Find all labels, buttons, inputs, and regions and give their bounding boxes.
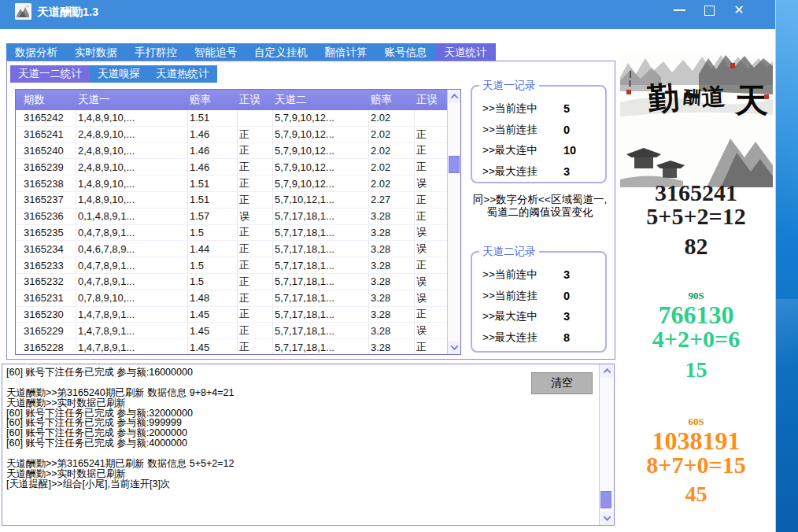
record-row: >>最大连挂8	[482, 327, 605, 349]
record-value: 0	[563, 124, 570, 136]
log-line: [60] 账号下注任务已完成 参与额:16000000	[6, 368, 595, 378]
column-header[interactable]: 赔率	[188, 93, 238, 107]
log-line: 天道酬勤>>第3165240期已刷新 数据信息 9+8+4=21	[6, 388, 595, 398]
table-cell: 5,7,17,18,1...	[273, 257, 369, 273]
table-row[interactable]: 31652402,4,8,9,10,...1.46正5,7,9,10,12...…	[16, 143, 449, 160]
table-cell: 1,4,7,8,9,1...	[76, 323, 188, 338]
record-label: >>最大连中	[482, 143, 563, 157]
title-bar: 天道酬勤1.3 ✕	[0, 0, 775, 29]
subtab-0[interactable]: 天道一二统计	[10, 65, 90, 83]
table-row[interactable]: 31652301,4,7,8,9,1...1.45正5,7,17,18,1...…	[16, 307, 449, 323]
table-cell: 1.46	[188, 127, 238, 142]
table-cell: 正	[238, 143, 273, 159]
table-row[interactable]: 31652371,4,8,9,10,...1.51正5,7,10,12,1...…	[16, 192, 449, 209]
scroll-down-button[interactable]	[600, 512, 614, 525]
tab-2[interactable]: 手打群控	[126, 43, 186, 61]
table-row[interactable]: 31652281,4,7,8,9,1...1.45正5,7,17,18,1...…	[16, 339, 449, 355]
app-icon[interactable]	[15, 3, 31, 20]
table-row[interactable]: 31652291,4,7,8,9,1...1.45正5,7,17,18,1...…	[16, 323, 449, 339]
table-cell: 3165238	[16, 175, 76, 191]
table-row[interactable]: 31652412,4,8,9,10,...1.46正5,7,9,10,12...…	[16, 127, 449, 143]
tab-4[interactable]: 自定义挂机	[246, 43, 316, 61]
clear-log-button[interactable]: 清空	[531, 372, 593, 394]
record-items: >>当前连中5>>当前连挂0>>最大连中10>>最大连挂3	[472, 87, 605, 182]
column-header[interactable]: 正误	[238, 93, 273, 107]
tab-3[interactable]: 智能追号	[186, 43, 246, 61]
results-table: 期数天道一赔率正误天道二赔率正误 31652421,4,8,9,10,...1.…	[15, 89, 461, 355]
log-output[interactable]: [60] 账号下注任务已完成 参与额:16000000 天道酬勤>>第31652…	[6, 368, 595, 490]
table-row[interactable]: 31652340,4,6,7,8,9...1.44正5,7,17,18,1...…	[16, 241, 449, 257]
scrollbar-thumb[interactable]	[449, 156, 460, 173]
subtab-2[interactable]: 天道热统计	[148, 65, 217, 83]
subtab-1[interactable]: 天道嗅探	[90, 65, 148, 83]
table-cell: 1.45	[188, 307, 238, 323]
table-cell: 3165228	[16, 339, 76, 355]
table-row[interactable]: 31652360,1,4,8,9,1...1.57误5,7,17,18,1...…	[16, 209, 449, 225]
tab-0[interactable]: 数据分析	[6, 43, 66, 61]
record-label: >>当前连挂	[482, 123, 563, 137]
table-cell: 3165241	[16, 127, 76, 142]
record-row: >>最大连中3	[482, 306, 605, 327]
scroll-up-button[interactable]	[448, 90, 460, 103]
maximize-button[interactable]	[694, 0, 724, 20]
table-cell: 正	[238, 192, 273, 208]
table-row[interactable]: 31652350,4,7,8,9,1...1.5正5,7,17,18,1...3…	[16, 225, 449, 242]
tab-1[interactable]: 实时数据	[66, 43, 126, 61]
column-header[interactable]: 赔率	[369, 93, 415, 107]
table-cell: 正	[238, 127, 273, 142]
table-cell: 1.5	[188, 257, 238, 273]
table-row[interactable]: 31652330,4,7,8,9,1...1.5正5,7,17,18,1...3…	[16, 257, 449, 274]
log-line: [60] 账号下注任务已完成 参与额:4000000	[6, 438, 595, 449]
column-header[interactable]: 天道一	[76, 93, 188, 107]
table-cell	[415, 110, 449, 126]
column-header[interactable]: 天道二	[273, 93, 369, 107]
tab-5[interactable]: 翻倍计算	[316, 43, 376, 61]
log-scrollbar[interactable]	[599, 364, 614, 525]
table-cell: 5,7,9,10,12...	[273, 159, 369, 175]
seal-stamp	[764, 94, 769, 99]
minimize-button[interactable]	[664, 0, 694, 20]
groupbox-title: 天道二记录	[479, 245, 539, 259]
table-row[interactable]: 31652421,4,8,9,10,...1.515,7,9,10,12...2…	[16, 110, 449, 127]
table-row[interactable]: 31652381,4,8,9,10,...1.51正5,7,9,10,12...…	[16, 175, 449, 192]
tab-6[interactable]: 账号信息	[376, 43, 436, 61]
table-row[interactable]: 31652320,4,7,8,9,1...1.5正5,7,17,18,1...3…	[16, 274, 449, 290]
scrollbar-thumb[interactable]	[600, 491, 611, 508]
column-header[interactable]: 正误	[415, 93, 449, 107]
lottery-60s-formula: 8+7+0=15	[619, 452, 774, 478]
close-button[interactable]: ✕	[724, 0, 754, 20]
desktop-wallpaper	[775, 0, 798, 532]
record-label: >>当前连中	[482, 268, 563, 282]
table-cell: 误	[415, 290, 449, 306]
app-window: 天道酬勤1.3 ✕ 数据分析实时数据手打群控智能追号自定义挂机翻倍计算账号信息天…	[0, 0, 776, 532]
table-cell: 误	[415, 225, 449, 241]
record-value: 3	[563, 268, 570, 281]
scroll-down-button[interactable]	[448, 341, 460, 354]
log-line	[6, 378, 595, 388]
table-row[interactable]: 31652310,7,8,9,10,...1.48正5,7,17,18,1...…	[16, 290, 449, 307]
lottery-90s-total: 15	[619, 357, 774, 382]
tab-7[interactable]: 天道统计	[436, 43, 496, 61]
table-scrollbar[interactable]	[447, 90, 460, 354]
lottery-90s-formula: 4+2+0=6	[619, 326, 774, 353]
table-cell: 1,4,8,9,10,...	[76, 175, 188, 191]
table-cell: 正	[415, 192, 449, 208]
statistics-panel: 天道一二统计天道嗅探天道热统计 期数天道一赔率正误天道二赔率正误 3165242…	[6, 61, 615, 360]
table-cell: 正	[238, 339, 273, 355]
record-row: >>当前连中3	[482, 264, 605, 286]
table-cell: 0,4,7,8,9,1...	[76, 225, 188, 241]
record-value: 3	[563, 165, 570, 178]
table-cell: 2.02	[369, 127, 415, 142]
table-cell: 5,7,9,10,12...	[273, 110, 369, 126]
table-row[interactable]: 31652392,4,8,9,10,...1.46正5,7,9,10,12...…	[16, 159, 449, 175]
table-cell: 3.28	[369, 241, 415, 257]
column-header[interactable]: 期数	[16, 93, 76, 107]
table-cell: 3165240	[16, 143, 76, 159]
table-cell: 3165235	[16, 225, 76, 241]
table-cell: 2.02	[369, 159, 415, 175]
table-cell: 3.28	[369, 225, 415, 241]
minimize-icon	[674, 9, 685, 11]
tiandao-painting: 勤 酬 道 天	[620, 54, 773, 187]
scroll-up-button[interactable]	[600, 364, 614, 378]
sub-tab-bar: 天道一二统计天道嗅探天道热统计	[10, 65, 217, 83]
